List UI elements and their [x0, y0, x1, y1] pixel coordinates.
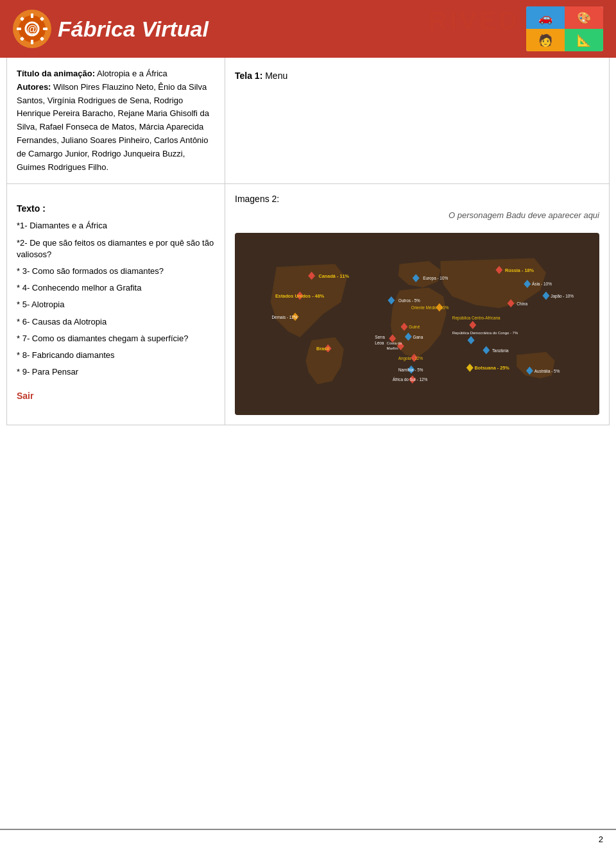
logo-quad-1: 🚗 — [526, 6, 565, 29]
menu-item-7: * 7- Como os diamantes chegam à superfíc… — [17, 333, 215, 344]
page-number: 2 — [599, 835, 603, 844]
svg-text:Costa do: Costa do — [387, 341, 402, 345]
brand-icon: @ — [13, 10, 51, 48]
texto-title: Texto : — [17, 203, 215, 214]
svg-text:República Democrática do Congo: República Democrática do Congo - 7% — [452, 332, 518, 335]
top-right-panel: Tela 1: Menu — [225, 58, 609, 183]
svg-rect-6 — [43, 28, 47, 30]
imagens-label: Imagens 2: — [235, 194, 599, 204]
svg-text:Canadá - 11%: Canadá - 11% — [319, 273, 350, 279]
menu-item-1: *1- Diamantes e a África — [17, 220, 215, 232]
world-map: Canadá - 11% Rússia - 18% Europa - 10% Á… — [235, 233, 599, 415]
svg-text:Estados Unidos - 48%: Estados Unidos - 48% — [275, 293, 325, 299]
title-value: Alotropia e a África — [97, 69, 167, 78]
menu-item-9: * 9- Para Pensar — [17, 366, 215, 378]
svg-text:Angola - 12%: Angola - 12% — [398, 356, 424, 361]
tela-info: Tela 1: Menu — [235, 71, 599, 81]
svg-rect-3 — [31, 13, 33, 18]
svg-text:Namíbia - 5%: Namíbia - 5% — [398, 368, 424, 372]
svg-text:República Centro-Africana: República Centro-Africana — [452, 316, 501, 321]
menu-section: Texto : *1- Diamantes e a África *2- De … — [17, 203, 215, 401]
svg-text:África do Sul - 12%: África do Sul - 12% — [393, 377, 428, 382]
menu-item-2: *2- De que são feitos os diamantes e por… — [17, 237, 215, 260]
tela-value: Menu — [265, 71, 287, 81]
svg-text:Rússia - 18%: Rússia - 18% — [505, 267, 535, 273]
brand-text: Fábrica Virtual — [58, 17, 209, 41]
svg-text:Demais - 12%: Demais - 12% — [271, 315, 297, 319]
svg-text:Marfim: Marfim — [387, 346, 398, 350]
badu-note: O personagem Badu deve aparecer aqui — [235, 210, 599, 220]
menu-item-4: * 4- Conhecendo melhor a Grafita — [17, 282, 215, 294]
svg-text:Japão - 10%: Japão - 10% — [551, 294, 574, 299]
svg-text:Serra: Serra — [375, 335, 385, 339]
title-label: Título da animação: — [17, 69, 95, 78]
bottom-left-panel: Texto : *1- Diamantes e a África *2- De … — [7, 184, 225, 425]
svg-text:Outros - 5%: Outros - 5% — [398, 298, 420, 303]
rived-watermark: RIVED — [429, 6, 520, 35]
logo-left: @ Fábrica Virtual — [13, 10, 209, 48]
animation-info: Título da animação: Alotropia e a África… — [17, 67, 215, 174]
svg-text:Leoa: Leoa — [375, 341, 384, 345]
svg-rect-5 — [17, 28, 21, 30]
svg-text:China: China — [517, 301, 527, 306]
logo-quad-3: 🧑 — [526, 29, 565, 51]
svg-text:Ásia - 10%: Ásia - 10% — [532, 282, 552, 287]
svg-text:Austrália - 5%: Austrália - 5% — [535, 369, 560, 373]
map-svg: Canadá - 11% Rússia - 18% Europa - 10% Á… — [241, 239, 593, 406]
header: @ Fábrica Virtual RIVED 🚗 🎨 🧑 📐 — [0, 0, 616, 58]
svg-text:@: @ — [27, 24, 37, 35]
brand-name: Fábrica Virtual — [58, 17, 209, 42]
sair-link[interactable]: Sair — [17, 391, 215, 401]
svg-text:Guiné: Guiné — [409, 325, 420, 330]
menu-item-6: * 6- Causas da Alotropia — [17, 316, 215, 328]
tela-label: Tela 1: — [235, 71, 262, 81]
authors-label: Autores: — [17, 82, 51, 92]
svg-text:Gana: Gana — [413, 335, 424, 339]
menu-item-8: * 8- Fabricando diamantes — [17, 350, 215, 361]
top-left-panel: Título da animação: Alotropia e a África… — [7, 58, 225, 183]
svg-text:Brasil: Brasil — [316, 346, 329, 352]
svg-rect-4 — [31, 40, 33, 44]
rived-logo: 🚗 🎨 🧑 📐 — [526, 6, 603, 51]
logo-quad-2: 🎨 — [565, 6, 603, 29]
svg-text:Botsuana - 25%: Botsuana - 25% — [475, 365, 510, 371]
menu-item-5: * 5- Alotropia — [17, 299, 215, 310]
logo-quad-4: 📐 — [565, 29, 603, 51]
svg-text:Tanzânia: Tanzânia — [492, 348, 509, 353]
authors-value: Wilson Pires Flauzino Neto, Ênio da Silv… — [17, 82, 209, 172]
footer: 2 — [0, 829, 616, 848]
bottom-right-panel: Imagens 2: O personagem Badu deve aparec… — [225, 184, 609, 425]
svg-text:Europa - 10%: Europa - 10% — [423, 276, 448, 282]
menu-item-3: * 3- Como são formados os diamantes? — [17, 266, 215, 277]
svg-text:Oriente Médio - 10%: Oriente Médio - 10% — [411, 305, 449, 310]
